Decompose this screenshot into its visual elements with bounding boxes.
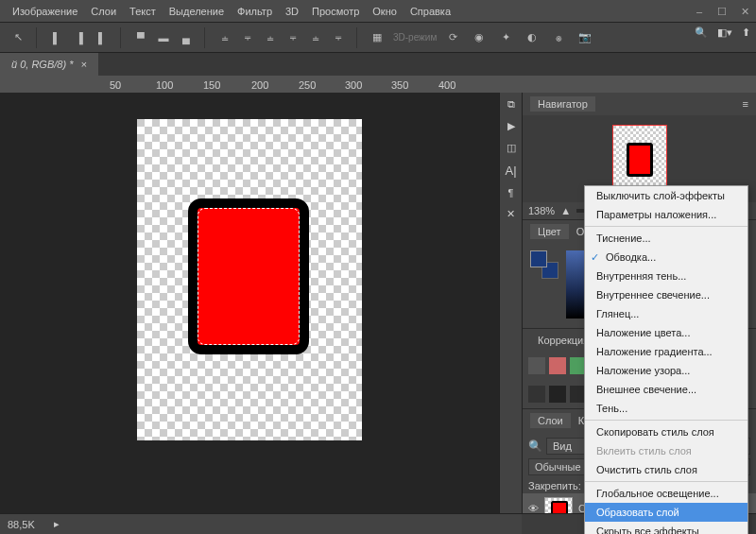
- style-swatch[interactable]: [528, 386, 545, 403]
- fg-bg-swatches[interactable]: [530, 250, 558, 279]
- 3d-icon[interactable]: ◉: [469, 27, 490, 48]
- collapsed-panels: ⧉ ▶ ◫ A| ¶ ✕: [499, 93, 522, 513]
- lock-label: Закрепить:: [528, 480, 581, 491]
- type-icon[interactable]: A|: [505, 164, 516, 178]
- distribute-icon[interactable]: ⫧: [283, 27, 303, 48]
- tab-navigator[interactable]: Навигатор: [530, 96, 595, 112]
- ruler-tick: 50: [110, 79, 121, 91]
- navigator-thumbnail[interactable]: [612, 125, 667, 193]
- align-right-icon[interactable]: ▌: [92, 27, 112, 48]
- ruler-tick: 250: [299, 79, 316, 91]
- context-menu-item[interactable]: Очистить стиль слоя: [585, 460, 747, 479]
- options-bar: ↖ ▌ ▐ ▌ ▀ ▬ ▄ ⫨ ⫧ ⫨ ⫧ ⫨ ⫧ ▦ 3D-режим ⟳ ◉…: [0, 23, 756, 53]
- selection-marquee: [198, 208, 300, 345]
- history-icon[interactable]: ⧉: [507, 98, 515, 111]
- grid-icon[interactable]: ▦: [367, 27, 387, 48]
- brush-icon[interactable]: ◫: [507, 142, 516, 154]
- ruler-tick: 350: [391, 79, 408, 91]
- ruler-tick: 200: [251, 79, 268, 91]
- align-bottom-icon[interactable]: ▄: [176, 27, 197, 48]
- canvas[interactable]: [137, 119, 362, 440]
- status-arrow-icon[interactable]: ▸: [54, 518, 60, 530]
- menu-item[interactable]: 3D: [279, 6, 305, 17]
- search-icon[interactable]: 🔍: [695, 26, 708, 39]
- distribute-icon[interactable]: ⫧: [237, 27, 258, 48]
- search-icon[interactable]: 🔍: [528, 439, 542, 453]
- context-menu-item[interactable]: Скрыть все эффекты: [585, 522, 747, 534]
- context-menu-item[interactable]: Тиснение...: [585, 229, 747, 248]
- align-middle-icon[interactable]: ▬: [153, 27, 174, 48]
- panel-menu-icon[interactable]: ≡: [743, 98, 748, 110]
- paragraph-icon[interactable]: ¶: [508, 187, 514, 198]
- context-menu-item[interactable]: Наложение узора...: [585, 361, 747, 380]
- context-menu-item[interactable]: Выключить слой-эффекты: [585, 186, 747, 205]
- tab-close-icon[interactable]: ×: [80, 59, 86, 70]
- cursor-icon[interactable]: ↖: [8, 27, 28, 48]
- layer-style-context-menu: Выключить слой-эффектыПараметры наложени…: [584, 185, 748, 534]
- share-icon[interactable]: ⬆: [742, 26, 750, 39]
- menu-item[interactable]: Изображение: [6, 6, 84, 17]
- tab-layers[interactable]: Слои: [530, 413, 571, 428]
- 3d-icon[interactable]: ◐: [522, 27, 542, 48]
- context-menu-item[interactable]: Образовать слой: [585, 503, 747, 522]
- menu-item[interactable]: Выделение: [163, 6, 231, 17]
- distribute-icon[interactable]: ⫨: [305, 27, 326, 48]
- context-menu-item[interactable]: Наложение цвета...: [585, 323, 747, 342]
- ruler-tick: 100: [156, 79, 173, 91]
- play-icon[interactable]: ▶: [507, 120, 515, 132]
- foreground-swatch[interactable]: [530, 250, 547, 267]
- mode-label: 3D-режим: [393, 32, 437, 43]
- menu-item[interactable]: Текст: [123, 6, 163, 17]
- statusbar: 88,5K ▸: [0, 513, 522, 534]
- style-swatch[interactable]: [549, 386, 566, 403]
- context-menu-item[interactable]: Параметры наложения...: [585, 205, 747, 224]
- 3d-icon[interactable]: ⟳: [442, 27, 463, 48]
- status-zoom[interactable]: 88,5K: [8, 519, 35, 530]
- menu-item[interactable]: Слои: [84, 6, 123, 17]
- align-top-icon[interactable]: ▀: [130, 27, 151, 48]
- context-menu-item[interactable]: Внутреннее свечение...: [585, 285, 747, 304]
- context-menu-item[interactable]: Наложение градиента...: [585, 342, 747, 361]
- ruler-tick: 300: [345, 79, 362, 91]
- menu-separator: [585, 481, 747, 482]
- menu-item[interactable]: Окно: [366, 6, 404, 17]
- ruler-tick: 400: [438, 79, 455, 91]
- context-menu-item[interactable]: Скопировать стиль слоя: [585, 422, 747, 441]
- maximize-icon[interactable]: ☐: [711, 0, 733, 23]
- minimize-icon[interactable]: –: [688, 0, 711, 23]
- workspace-icon[interactable]: ◧▾: [717, 26, 732, 39]
- camera-icon[interactable]: 📷: [575, 27, 595, 48]
- document-tab[interactable]: й 0, RGB/8) * ×: [0, 53, 98, 76]
- canvas-area[interactable]: [0, 93, 499, 513]
- 3d-icon[interactable]: ⎈: [548, 27, 569, 48]
- context-menu-item[interactable]: Обводка...: [585, 248, 747, 267]
- context-menu-item[interactable]: Внутренняя тень...: [585, 267, 747, 285]
- zoom-value[interactable]: 138%: [528, 205, 555, 216]
- tools-icon[interactable]: ✕: [507, 208, 515, 220]
- menu-separator: [585, 420, 747, 421]
- document-tabs: й 0, RGB/8) * ×: [0, 53, 756, 76]
- ruler: 50 100 150 200 250 300 350 400: [0, 76, 756, 93]
- style-swatch[interactable]: [528, 357, 545, 374]
- distribute-icon[interactable]: ⫧: [328, 27, 349, 48]
- ruler-tick: 150: [203, 79, 220, 91]
- menu-item[interactable]: Фильтр: [231, 6, 279, 17]
- distribute-icon[interactable]: ⫨: [260, 27, 281, 48]
- close-icon[interactable]: ✕: [733, 0, 756, 23]
- tab-label: й 0, RGB/8) *: [11, 59, 73, 70]
- zoom-out-icon[interactable]: ▲: [560, 205, 571, 216]
- context-menu-item[interactable]: Тень...: [585, 399, 747, 418]
- tab-color[interactable]: Цвет: [530, 224, 569, 239]
- align-center-icon[interactable]: ▐: [69, 27, 90, 48]
- align-left-icon[interactable]: ▌: [46, 27, 67, 48]
- menu-separator: [585, 226, 747, 227]
- distribute-icon[interactable]: ⫨: [215, 27, 235, 48]
- 3d-icon[interactable]: ✦: [495, 27, 516, 48]
- menu-item[interactable]: Просмотр: [305, 6, 366, 17]
- context-menu-item[interactable]: Внешнее свечение...: [585, 380, 747, 399]
- style-swatch[interactable]: [549, 357, 566, 374]
- context-menu-item[interactable]: Глобальное освещение...: [585, 484, 747, 503]
- menu-item[interactable]: Справка: [404, 6, 457, 17]
- context-menu-item: Вклеить стиль слоя: [585, 441, 747, 460]
- context-menu-item[interactable]: Глянец...: [585, 304, 747, 323]
